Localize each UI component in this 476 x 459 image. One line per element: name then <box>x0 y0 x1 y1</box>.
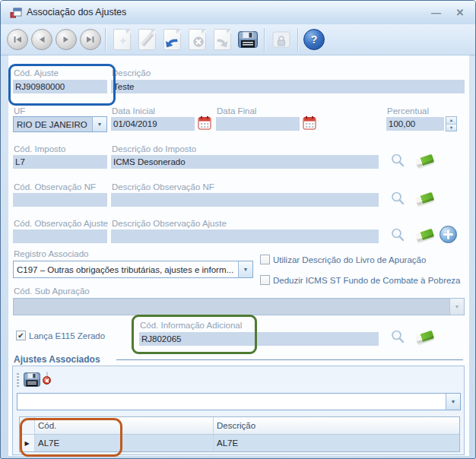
undo-button[interactable] <box>160 27 185 52</box>
search-icon[interactable] <box>390 329 405 345</box>
descricao-imposto-label: Descrição do Imposto <box>112 144 196 154</box>
next-record-button[interactable] <box>56 29 77 50</box>
grid-cell-descricao[interactable]: AL7E <box>214 435 459 451</box>
cod-imposto-label: Cód. Imposto <box>14 144 65 154</box>
previous-record-icon <box>37 35 46 44</box>
uf-label: UF <box>14 106 25 116</box>
search-icon[interactable] <box>390 227 405 243</box>
calendar-icon[interactable] <box>303 116 316 130</box>
cod-ajuste-label: Cód. Ajuste <box>14 68 59 78</box>
window-title: Associação dos Ajustes <box>27 7 126 17</box>
checkbox-utilizar-descricao[interactable]: Utilizar Descrição do Livro de Apuração <box>260 255 426 264</box>
row-pointer-icon: ▶ <box>20 435 35 451</box>
ajustes-grid: Cód. Descrição ▶ AL7E AL7E <box>19 416 460 452</box>
delete-icon <box>46 372 48 382</box>
checkbox-label: Lança E115 Zerado <box>29 331 105 340</box>
lock-button[interactable] <box>268 27 294 52</box>
data-final-field[interactable] <box>216 117 300 131</box>
title-bar: Associação dos Ajustes — ✕ <box>1 1 475 25</box>
eraser-icon[interactable] <box>415 190 435 207</box>
registro-associado-select[interactable]: C197 – Outras obrigações tributárias, aj… <box>13 261 253 278</box>
add-icon[interactable] <box>440 226 457 243</box>
cod-sub-apuracao-label: Cód. Sub Apuração <box>14 286 90 296</box>
percentual-field[interactable]: 100,00 <box>386 117 444 131</box>
grid-delete-button[interactable] <box>46 372 48 381</box>
checkbox-deduzir-icms[interactable]: Deduzir ICMS ST Fundo de Combate à Pobre… <box>260 275 461 285</box>
descricao-imposto-field[interactable]: ICMS Desonerado <box>111 155 379 169</box>
save-icon <box>24 372 40 387</box>
eraser-icon[interactable] <box>415 328 435 345</box>
descricao-field[interactable]: Teste <box>111 80 465 93</box>
grid-save-button[interactable] <box>24 372 40 387</box>
help-button[interactable]: ? <box>303 29 325 50</box>
forward-button[interactable] <box>210 27 235 52</box>
descricao-label: Descrição <box>112 68 151 78</box>
cancel-button[interactable] <box>185 27 210 52</box>
calendar-icon[interactable] <box>198 116 211 130</box>
save-icon <box>238 31 258 48</box>
next-record-icon <box>62 35 71 44</box>
grid-corner-cell <box>20 417 35 434</box>
eraser-icon[interactable] <box>415 152 435 169</box>
first-record-button[interactable] <box>7 29 28 50</box>
percentual-spinner[interactable]: ▲ ▼ <box>446 116 457 131</box>
new-button[interactable] <box>109 27 135 52</box>
save-button[interactable] <box>235 27 260 52</box>
minimize-button[interactable]: — <box>427 5 445 19</box>
chevron-down-icon[interactable]: ▼ <box>446 394 460 410</box>
grid-header-descricao[interactable]: Descrição <box>214 417 459 434</box>
grid-header-row: Cód. Descrição <box>20 417 459 435</box>
cod-informacao-adicional-label: Cód. Informação Adicional <box>140 321 242 330</box>
first-record-icon <box>13 35 22 44</box>
grid-header-cod[interactable]: Cód. <box>35 417 214 434</box>
grid-cell-cod[interactable]: AL7E <box>35 435 214 451</box>
data-final-label: Data Final <box>217 106 256 116</box>
grip-icon[interactable] <box>17 372 19 388</box>
descricao-observacao-nf-field[interactable] <box>111 193 379 207</box>
checkbox-label: Deduzir ICMS ST Fundo de Combate à Pobre… <box>273 276 461 285</box>
cod-observacao-nf-label: Cód. Observação NF <box>14 182 96 192</box>
registro-associado-label: Registro Associado <box>14 249 88 258</box>
last-record-button[interactable] <box>80 29 101 50</box>
edit-button[interactable] <box>135 27 160 52</box>
eraser-icon[interactable] <box>415 226 435 243</box>
checkbox-check-icon: ✔ <box>16 331 26 340</box>
chevron-down-icon[interactable]: ▼ <box>449 299 464 315</box>
ajuste-select-value <box>17 394 446 410</box>
group-title: Ajustes Associados <box>14 354 100 365</box>
cod-sub-apuracao-select[interactable]: ▼ <box>13 298 465 315</box>
search-icon[interactable] <box>390 191 405 207</box>
checkbox-box <box>260 275 270 285</box>
toolbar-separator <box>105 28 106 51</box>
cod-imposto-field[interactable]: L7 <box>13 155 107 169</box>
uf-value: RIO DE JANEIRO <box>14 117 92 131</box>
toolbar-separator <box>264 28 265 51</box>
uf-select[interactable]: RIO DE JANEIRO ▼ <box>13 116 107 132</box>
data-inicial-field[interactable]: 01/04/2019 <box>111 117 195 131</box>
ajuste-select[interactable]: ▼ <box>17 393 461 410</box>
chevron-down-icon[interactable]: ▼ <box>92 117 106 131</box>
main-toolbar: ? <box>1 24 475 55</box>
cod-observacao-ajuste-label: Cód. Observação Ajuste <box>14 219 108 228</box>
checkbox-lanca-e115[interactable]: ✔ Lança E115 Zerado <box>16 331 105 340</box>
cod-informacao-adicional-field[interactable]: RJ802065 <box>139 332 379 346</box>
cod-observacao-nf-field[interactable] <box>13 193 107 207</box>
group-line <box>116 359 463 360</box>
descricao-observacao-ajuste-label: Descrição Observação Ajuste <box>112 219 227 228</box>
cod-ajuste-field[interactable]: RJ90980000 <box>13 80 107 93</box>
cod-observacao-ajuste-field[interactable] <box>13 230 107 243</box>
registro-associado-value: C197 – Outras obrigações tributárias, aj… <box>14 261 238 277</box>
spin-down-icon[interactable]: ▼ <box>446 125 456 131</box>
percentual-label: Percentual <box>387 106 429 116</box>
toolbar-separator <box>297 28 298 51</box>
previous-record-button[interactable] <box>31 29 52 50</box>
search-icon[interactable] <box>390 153 405 169</box>
descricao-observacao-ajuste-field[interactable] <box>111 230 379 243</box>
chevron-down-icon[interactable]: ▼ <box>238 261 252 277</box>
cod-sub-apuracao-value <box>14 299 449 315</box>
checkbox-label: Utilizar Descrição do Livro de Apuração <box>273 255 426 264</box>
table-row[interactable]: ▶ AL7E AL7E <box>20 435 459 451</box>
lock-icon <box>272 31 290 48</box>
spin-up-icon[interactable]: ▲ <box>446 117 456 125</box>
close-button[interactable]: ✕ <box>451 5 469 19</box>
